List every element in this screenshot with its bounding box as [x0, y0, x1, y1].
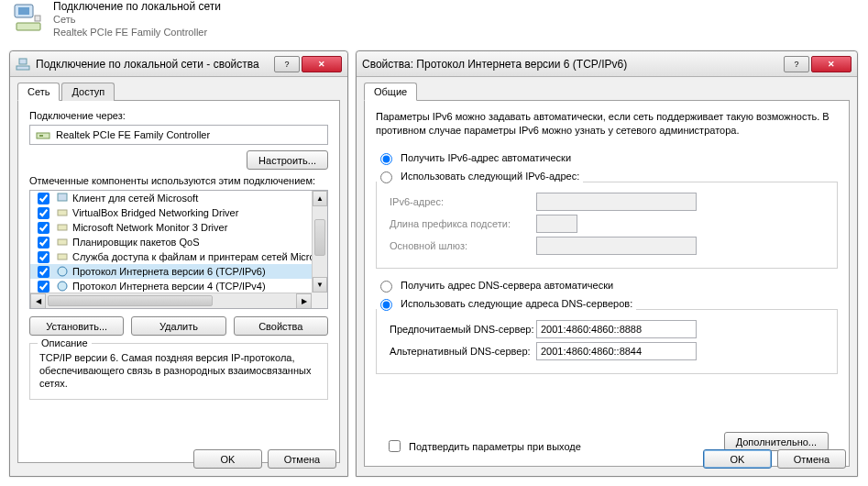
component-checkbox[interactable]	[38, 251, 49, 263]
window-title: Подключение по локальной сети - свойства	[36, 58, 274, 71]
help-button[interactable]: ?	[784, 56, 809, 72]
scroll-down-button[interactable]: ▼	[313, 277, 327, 293]
scroll-right-button[interactable]: ▶	[296, 293, 312, 309]
properties-window: Подключение по локальной сети - свойства…	[9, 50, 348, 477]
component-checkbox[interactable]	[38, 281, 49, 293]
component-item-selected[interactable]: Протокол Интернета версии 6 (TCP/IPv6)	[30, 264, 312, 279]
svg-rect-4	[16, 66, 29, 70]
validate-checkbox-row[interactable]: Подтвердить параметры при выходе	[385, 437, 581, 455]
adapter-field: Realtek PCIe FE Family Controller	[29, 125, 328, 145]
svg-rect-5	[19, 59, 27, 64]
component-checkbox[interactable]	[38, 237, 49, 249]
ip-address-input	[536, 193, 697, 211]
driver-icon	[56, 221, 69, 234]
info-text: Параметры IPv6 можно задавать автоматиче…	[376, 110, 838, 138]
component-item[interactable]: Служба доступа к файлам и принтерам сете…	[30, 249, 312, 264]
description-title: Описание	[38, 337, 92, 348]
ip-auto-radio-row[interactable]: Получить IPv6-адрес автоматически	[376, 150, 838, 165]
scroll-left-button[interactable]: ◀	[30, 293, 46, 309]
ipv6-properties-window: Свойства: Протокол Интернета версии 6 (T…	[356, 50, 858, 477]
svg-rect-3	[35, 16, 40, 21]
tab-panel-network: Подключение через: Realtek PCIe FE Famil…	[17, 100, 340, 463]
scroll-thumb[interactable]	[314, 219, 325, 256]
service-icon	[56, 250, 69, 263]
svg-rect-12	[58, 254, 67, 260]
tab-general[interactable]: Общие	[364, 83, 417, 101]
titlebar[interactable]: Свойства: Протокол Интернета версии 6 (T…	[357, 51, 857, 77]
component-checkbox[interactable]	[38, 222, 49, 234]
component-checkbox[interactable]	[38, 207, 49, 219]
close-button[interactable]: ✕	[302, 56, 342, 72]
ip-manual-radio[interactable]	[380, 171, 392, 183]
protocol-icon	[56, 265, 69, 278]
properties-button[interactable]: Свойства	[234, 316, 328, 336]
window-title: Свойства: Протокол Интернета версии 6 (T…	[362, 58, 784, 71]
component-checkbox[interactable]	[38, 193, 49, 204]
vertical-scrollbar[interactable]: ▲ ▼	[312, 191, 327, 293]
component-checkbox[interactable]	[38, 266, 49, 278]
dns-manual-radio-row[interactable]: Использовать следующие адреса DNS-сервер…	[376, 296, 632, 311]
connect-via-label: Подключение через:	[29, 110, 328, 121]
validate-checkbox[interactable]	[389, 440, 401, 452]
titlebar[interactable]: Подключение по локальной сети - свойства…	[10, 51, 347, 77]
svg-rect-7	[39, 135, 43, 137]
dns-auto-radio-row[interactable]: Получить адрес DNS-сервера автоматически	[376, 278, 838, 293]
ip-manual-radio-row[interactable]: Использовать следующий IPv6-адрес:	[376, 169, 579, 183]
install-button[interactable]: Установить...	[29, 316, 124, 336]
hscroll-thumb[interactable]	[48, 295, 213, 306]
svg-rect-9	[58, 210, 67, 215]
svg-point-13	[58, 267, 67, 276]
tab-access[interactable]: Доступ	[61, 83, 115, 101]
ok-button[interactable]: OK	[193, 449, 262, 469]
adapter-icon	[36, 127, 50, 142]
svg-rect-2	[16, 23, 40, 30]
description-group: Описание TCP/IP версии 6. Самая поздняя …	[29, 343, 328, 400]
uninstall-button[interactable]: Удалить	[131, 316, 225, 336]
connection-network: Сеть	[53, 13, 221, 26]
service-icon	[56, 236, 69, 249]
cancel-button[interactable]: Отмена	[777, 449, 846, 469]
dns-alternate-label: Альтернативный DNS-сервер:	[390, 346, 536, 357]
ip-manual-fieldset: IPv6-адрес: Длина префикса подсети: Осно…	[376, 182, 838, 269]
svg-rect-10	[58, 225, 67, 230]
network-icon	[16, 57, 30, 72]
component-item[interactable]: Клиент для сетей Microsoft	[30, 191, 312, 205]
svg-rect-11	[58, 239, 67, 245]
dns-preferred-input[interactable]	[536, 320, 697, 338]
dns-preferred-label: Предпочитаемый DNS-сервер:	[390, 324, 536, 335]
svg-rect-8	[58, 193, 67, 201]
protocol-icon	[56, 280, 69, 293]
dns-manual-radio[interactable]	[380, 299, 392, 311]
dns-auto-radio[interactable]	[380, 281, 392, 293]
driver-icon	[56, 206, 69, 219]
configure-button[interactable]: Настроить...	[247, 150, 328, 170]
cancel-button[interactable]: Отмена	[268, 449, 336, 469]
gateway-label: Основной шлюз:	[390, 240, 536, 251]
svg-rect-1	[18, 7, 29, 15]
dns-fieldset: Предпочитаемый DNS-сервер: Альтернативны…	[376, 309, 838, 374]
components-label: Отмеченные компоненты используются этим …	[29, 175, 328, 186]
component-item[interactable]: Microsoft Network Monitor 3 Driver	[30, 220, 312, 235]
help-button[interactable]: ?	[274, 56, 300, 72]
component-item[interactable]: VirtualBox Bridged Networking Driver	[30, 205, 312, 220]
connection-title: Подключение по локальной сети	[53, 0, 221, 13]
prefix-label: Длина префикса подсети:	[390, 218, 536, 229]
connection-banner: Подключение по локальной сети Сеть Realt…	[13, 0, 221, 39]
ok-button[interactable]: OK	[703, 449, 772, 469]
gateway-input	[536, 237, 697, 255]
connection-adapter: Realtek PCIe FE Family Controller	[53, 26, 221, 39]
ip-address-label: IPv6-адрес:	[390, 196, 536, 207]
dns-alternate-input[interactable]	[536, 342, 697, 360]
prefix-input	[536, 215, 577, 233]
tab-network[interactable]: Сеть	[17, 83, 60, 101]
scroll-up-button[interactable]: ▲	[313, 191, 327, 206]
horizontal-scrollbar[interactable]: ◀ ▶	[30, 293, 312, 308]
description-text: TCP/IP версии 6. Самая поздняя версия IP…	[39, 351, 318, 390]
components-list: Клиент для сетей Microsoft VirtualBox Br…	[29, 190, 328, 309]
advanced-button[interactable]: Дополнительно...	[724, 432, 829, 451]
close-button[interactable]: ✕	[811, 56, 852, 72]
client-icon	[56, 192, 69, 204]
component-item[interactable]: Протокол Интернета версии 4 (TCP/IPv4)	[30, 279, 312, 293]
ip-auto-radio[interactable]	[380, 153, 392, 165]
component-item[interactable]: Планировщик пакетов QoS	[30, 235, 312, 249]
